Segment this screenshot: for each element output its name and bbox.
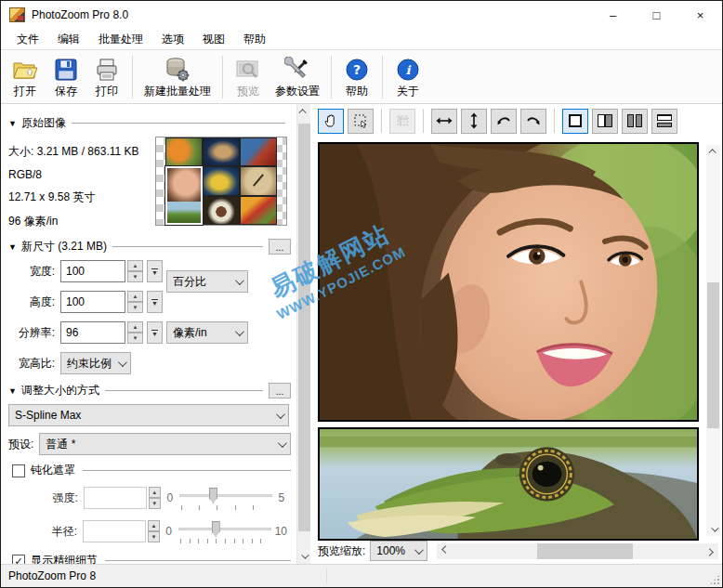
side-by-side-icon — [627, 114, 642, 127]
width-spinner[interactable]: ▲▼ — [127, 260, 143, 282]
fine-detail-checkbox[interactable]: ✓ — [12, 555, 25, 565]
view-split-button[interactable] — [592, 109, 618, 134]
scrollbar-thumb[interactable] — [298, 124, 310, 532]
settings-panel-scrollbar[interactable] — [296, 104, 310, 564]
new-size-more-button[interactable]: ... — [269, 239, 291, 255]
flip-horizontal-button[interactable] — [431, 109, 457, 134]
scroll-left-icon[interactable] — [437, 543, 452, 559]
rotate-ccw-button[interactable] — [491, 109, 517, 134]
fine-detail-label[interactable]: 显示精细细节 — [31, 553, 98, 564]
height-label: 高度: — [8, 294, 55, 310]
menu-edit[interactable]: 编辑 — [49, 29, 88, 50]
height-spinner[interactable]: ▲▼ — [127, 291, 143, 313]
close-button[interactable]: × — [678, 1, 722, 29]
slider-thumb — [209, 488, 217, 503]
preset-dropdown[interactable]: 普通 * — [39, 433, 291, 455]
collapse-triangle-icon[interactable]: ▼ — [8, 119, 17, 128]
view-stacked-button[interactable] — [651, 109, 677, 134]
scrollbar-track[interactable] — [452, 543, 703, 559]
preview-vertical-scrollbar[interactable] — [706, 145, 720, 536]
toolbar-separator — [382, 56, 383, 98]
thumb-coffee-photo — [203, 196, 240, 225]
menu-help[interactable]: 帮助 — [235, 29, 274, 50]
preview-image-woman[interactable] — [318, 142, 699, 422]
preview-horizontal-scrollbar[interactable] — [437, 543, 718, 559]
resolution-input[interactable] — [60, 321, 125, 344]
resolution-spinner[interactable]: ▲▼ — [127, 321, 143, 344]
rotate-cw-icon — [525, 114, 542, 127]
thumb-cooking-photo — [240, 137, 277, 166]
collapse-triangle-icon[interactable]: ▼ — [8, 242, 17, 252]
settings-panel: ▼ 原始图像 大小: 3.21 MB / 863.11 KB RGB/8 12.… — [1, 104, 296, 564]
open-button[interactable]: 打开 — [5, 53, 46, 101]
resize-grip[interactable] — [709, 574, 720, 585]
unsharp-strength-label: 强度: — [51, 490, 78, 506]
toolbar-separator — [554, 109, 555, 133]
scroll-right-icon[interactable] — [703, 543, 718, 559]
chevron-down-icon — [118, 358, 127, 367]
resize-method-header: ▼ 调整大小的方式 ... — [8, 383, 291, 399]
flip-vertical-icon — [468, 112, 480, 129]
width-row: 宽度: ▲▼ ▼ 百分比 — [8, 260, 291, 282]
color-mode-text: RGB/8 — [8, 168, 155, 181]
aspect-ratio-dropdown[interactable]: 约束比例 — [60, 352, 131, 374]
chevron-down-icon — [235, 276, 244, 285]
resolution-unit-dropdown[interactable]: 像素/in — [166, 321, 248, 344]
resize-method-more-button[interactable]: ... — [269, 383, 291, 399]
preview-canvas[interactable] — [310, 137, 722, 540]
aspect-ratio-label: 宽高比: — [8, 356, 55, 372]
algorithm-dropdown[interactable]: S-Spline Max — [8, 404, 289, 426]
toolbar-separator — [132, 56, 133, 98]
spin-up-icon: ▲ — [148, 520, 160, 531]
width-input[interactable] — [60, 260, 125, 282]
preview-zoom-dropdown[interactable]: 100% — [370, 541, 427, 561]
collapse-triangle-icon[interactable]: ▼ — [8, 386, 17, 396]
spin-up-icon: ▲ — [127, 260, 143, 271]
width-dropdown-button[interactable]: ▼ — [147, 260, 163, 282]
open-folder-icon — [11, 56, 39, 83]
single-pane-icon — [569, 114, 582, 127]
print-button[interactable]: 打印 — [86, 53, 127, 101]
preview-image-frog[interactable] — [318, 427, 699, 541]
height-dropdown-button[interactable]: ▼ — [147, 291, 163, 313]
flip-vertical-button[interactable] — [461, 109, 487, 134]
dimensions-text: 12.71 x 9.58 英寸 — [8, 189, 155, 205]
resolution-dropdown-button[interactable]: ▼ — [147, 321, 163, 344]
maximize-button[interactable]: □ — [635, 1, 678, 29]
scroll-down-icon[interactable] — [297, 549, 311, 564]
settings-button[interactable]: 参数设置 — [269, 53, 326, 101]
unsharp-radius-slider — [178, 519, 271, 543]
menu-batch[interactable]: 批量处理 — [90, 29, 151, 50]
menu-options[interactable]: 选项 — [153, 29, 192, 50]
scrollbar-thumb[interactable] — [707, 282, 719, 428]
status-text: PhotoZoom Pro 8 — [8, 569, 96, 582]
unsharp-mask-label[interactable]: 钝化遮罩 — [31, 463, 75, 478]
view-single-button[interactable] — [562, 109, 588, 134]
menu-view[interactable]: 视图 — [194, 29, 233, 50]
unsharp-radius-input — [83, 520, 146, 542]
scrollbar-track[interactable] — [706, 158, 720, 523]
select-tool-button[interactable] — [348, 109, 374, 134]
aspect-ratio-row: 宽高比: 约束比例 — [8, 352, 291, 374]
view-side-by-side-button[interactable] — [622, 109, 648, 134]
height-input[interactable] — [60, 291, 125, 313]
chevron-down-icon — [276, 410, 285, 419]
scroll-down-icon[interactable] — [711, 523, 716, 536]
scrollbar-thumb[interactable] — [537, 543, 633, 559]
scroll-up-icon[interactable] — [297, 104, 311, 119]
scrollbar-track[interactable] — [297, 119, 311, 549]
help-button[interactable]: ? 帮助 — [336, 53, 377, 101]
scroll-up-icon[interactable] — [711, 145, 716, 158]
size-unit-dropdown[interactable]: 百分比 — [166, 270, 248, 293]
unsharp-mask-checkbox[interactable] — [12, 464, 25, 477]
preview-toolbar — [310, 104, 722, 137]
hand-tool-button[interactable] — [318, 109, 344, 134]
about-button[interactable]: i 关于 — [388, 53, 428, 101]
menu-file[interactable]: 文件 — [8, 29, 47, 50]
new-batch-button[interactable]: 新建批量处理 — [138, 53, 217, 101]
flip-horizontal-icon — [436, 115, 453, 126]
minimize-button[interactable]: – — [591, 1, 635, 29]
rotate-cw-button[interactable] — [520, 109, 546, 134]
spin-down-icon: ▼ — [148, 531, 160, 542]
save-button[interactable]: 保存 — [46, 53, 86, 101]
